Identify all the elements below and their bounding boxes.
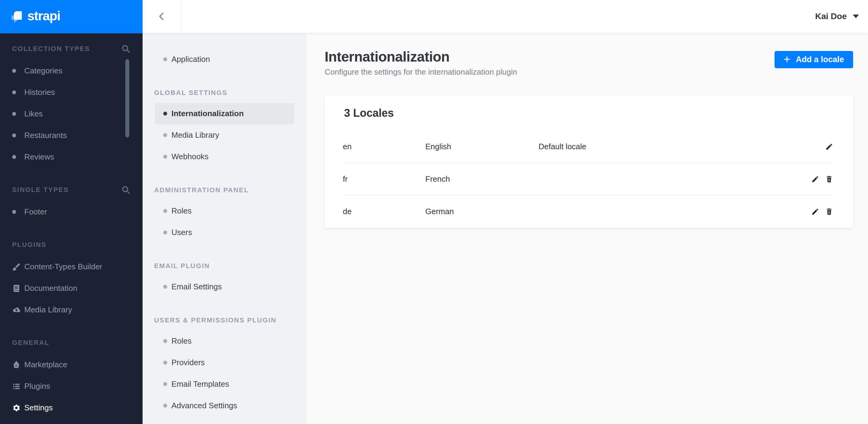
section-general: GENERAL <box>0 339 143 347</box>
bullet-icon <box>12 112 16 116</box>
sidebar-item-settings[interactable]: Settings <box>0 397 143 419</box>
bullet-icon <box>12 155 16 159</box>
user-menu[interactable]: Kai Doe <box>815 11 859 21</box>
edit-locale-button[interactable] <box>811 208 819 216</box>
settings-item-admin-users[interactable]: Users <box>155 222 294 243</box>
main-content: Internationalization Configure the setti… <box>306 33 868 424</box>
bullet-icon <box>163 111 167 116</box>
plus-icon: + <box>784 53 790 66</box>
settings-item-email-settings[interactable]: Email Settings <box>155 276 294 297</box>
section-collection-types: COLLECTION TYPES <box>0 45 143 53</box>
sidebar-item-media-library[interactable]: Media Library <box>0 299 143 321</box>
locale-name: German <box>425 207 538 216</box>
settings-group-email-plugin: EMAIL PLUGIN <box>154 262 306 270</box>
settings-item-application[interactable]: Application <box>155 48 294 70</box>
bullet-icon <box>12 90 16 94</box>
list-icon <box>12 382 21 391</box>
settings-item-up-roles[interactable]: Roles <box>155 330 294 352</box>
edit-locale-button[interactable] <box>825 143 833 151</box>
page-subtitle: Configure the settings for the internati… <box>324 67 517 77</box>
sidebar-item-restaurants[interactable]: Restaurants <box>0 125 143 146</box>
sidebar-item-reviews[interactable]: Reviews <box>0 146 143 168</box>
settings-group-global-settings: GLOBAL SETTINGS <box>154 89 306 97</box>
basket-icon <box>12 361 21 369</box>
locales-card-title: 3 Locales <box>324 96 853 130</box>
paintbrush-icon <box>12 263 21 271</box>
settings-item-media-library[interactable]: Media Library <box>155 124 294 146</box>
delete-locale-button[interactable] <box>825 208 833 216</box>
locale-name: French <box>425 174 538 184</box>
section-plugins: PLUGINS <box>0 241 143 249</box>
pencil-icon <box>825 143 833 151</box>
add-locale-button[interactable]: + Add a locale <box>775 51 853 68</box>
bullet-icon <box>163 404 167 407</box>
sidebar-scrollbar[interactable] <box>125 59 129 137</box>
bullet-icon <box>163 155 167 159</box>
locale-row-fr: fr French <box>324 163 853 195</box>
sidebar-item-likes[interactable]: Likes <box>0 103 143 125</box>
caret-down-icon <box>853 14 859 18</box>
edit-locale-button[interactable] <box>811 175 819 183</box>
trash-icon <box>825 208 833 216</box>
settings-item-internationalization[interactable]: Internationalization <box>155 103 294 124</box>
pencil-icon <box>811 208 819 216</box>
pencil-icon <box>811 175 819 183</box>
bullet-icon <box>12 210 16 214</box>
bullet-icon <box>163 230 167 234</box>
bullet-icon <box>12 133 16 137</box>
search-icon[interactable] <box>121 44 130 54</box>
bullet-icon <box>163 382 167 386</box>
bullet-icon <box>163 361 167 364</box>
locale-code: de <box>343 207 425 216</box>
locale-code: en <box>343 142 425 151</box>
bullet-icon <box>163 285 167 289</box>
back-button[interactable] <box>143 0 181 33</box>
locale-row-de: de German <box>324 195 853 228</box>
locale-row-en: en English Default locale <box>324 130 853 163</box>
bullet-icon <box>163 209 167 213</box>
locales-card: 3 Locales en English Default locale fr F… <box>324 96 853 228</box>
primary-sidebar: strapi COLLECTION TYPES Categories Histo… <box>0 0 143 424</box>
top-bar: Kai Doe <box>143 0 868 33</box>
sidebar-item-histories[interactable]: Histories <box>0 81 143 103</box>
page-header: Internationalization Configure the setti… <box>324 48 853 77</box>
locale-code: fr <box>343 174 425 184</box>
settings-item-advanced-settings[interactable]: Advanced Settings <box>155 395 294 416</box>
cloud-upload-icon <box>12 306 21 314</box>
settings-sidebar: Application GLOBAL SETTINGS Internationa… <box>143 33 306 424</box>
sidebar-item-footer[interactable]: Footer <box>0 201 143 223</box>
strapi-logo: strapi <box>0 0 143 33</box>
locale-default-note: Default locale <box>538 142 810 151</box>
settings-item-admin-roles[interactable]: Roles <box>155 200 294 222</box>
section-single-types: SINGLE TYPES <box>0 186 143 194</box>
settings-item-providers[interactable]: Providers <box>155 352 294 373</box>
sidebar-item-categories[interactable]: Categories <box>0 60 143 81</box>
settings-item-webhooks[interactable]: Webhooks <box>155 146 294 167</box>
locale-name: English <box>425 142 538 151</box>
chevron-left-icon <box>157 10 166 23</box>
strapi-wordmark: strapi <box>27 9 60 23</box>
primary-nav: COLLECTION TYPES Categories Histories Li… <box>0 45 143 419</box>
bullet-icon <box>163 57 167 61</box>
sidebar-item-content-types-builder[interactable]: Content-Types Builder <box>0 256 143 278</box>
settings-group-users-permissions-plugin: USERS & PERMISSIONS PLUGIN <box>154 316 306 324</box>
book-icon <box>12 284 21 293</box>
page-title: Internationalization <box>324 48 517 65</box>
user-name: Kai Doe <box>815 11 847 21</box>
settings-item-email-templates[interactable]: Email Templates <box>155 373 294 395</box>
bullet-icon <box>163 133 167 137</box>
delete-locale-button[interactable] <box>825 175 833 183</box>
strapi-logo-icon <box>11 11 22 23</box>
sidebar-item-documentation[interactable]: Documentation <box>0 278 143 299</box>
bullet-icon <box>12 69 16 73</box>
gear-icon <box>12 404 21 412</box>
sidebar-item-marketplace[interactable]: Marketplace <box>0 354 143 376</box>
strapi-admin-app: strapi COLLECTION TYPES Categories Histo… <box>0 0 868 424</box>
settings-group-administration-panel: ADMINISTRATION PANEL <box>154 186 306 194</box>
search-icon[interactable] <box>121 185 130 194</box>
trash-icon <box>825 175 833 183</box>
sidebar-item-plugins[interactable]: Plugins <box>0 376 143 397</box>
bullet-icon <box>163 339 167 343</box>
